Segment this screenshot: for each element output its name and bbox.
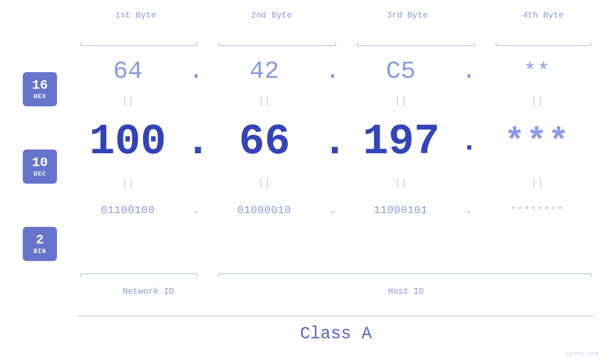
eq2-b4: || xyxy=(479,177,595,189)
dec-dot3: . xyxy=(459,126,480,158)
data-rows: 64 . 42 . C5 . ** || || || || 100 . 66 .… xyxy=(70,52,595,227)
bin-dot2: . xyxy=(322,205,343,216)
dec-row: 100 . 66 . 197 . *** xyxy=(70,111,595,173)
col3-header: 3rd Byte xyxy=(350,10,465,20)
bin-b3: 11000101 xyxy=(343,205,459,216)
dec-b2: 66 xyxy=(207,118,322,166)
dec-dot1: . xyxy=(185,118,207,166)
hex-row: 64 . 42 . C5 . ** xyxy=(70,52,595,90)
hex-dot1: . xyxy=(186,57,207,85)
dec-badge: 10 DEC xyxy=(23,149,57,184)
col4-header: 4th Byte xyxy=(486,10,601,20)
dec-b4: *** xyxy=(480,122,595,161)
hex-badge-number: 16 xyxy=(32,78,48,93)
hex-dot2: . xyxy=(322,57,343,85)
eq1-b2: || xyxy=(206,95,322,107)
bin-b4: ******** xyxy=(479,205,595,216)
col1-header: 1st Byte xyxy=(78,10,193,20)
dec-b3: 197 xyxy=(344,118,459,166)
bin-b2: 01000010 xyxy=(206,205,322,216)
dec-dot2: . xyxy=(322,118,344,166)
dec-badge-label: DEC xyxy=(34,170,46,177)
eq2-b2: || xyxy=(206,177,322,189)
id-labels: Network ID Host ID xyxy=(78,287,593,296)
class-a-section: Class A xyxy=(78,316,593,344)
host-id-label: Host ID xyxy=(218,287,593,296)
dec-b1: 100 xyxy=(70,118,185,166)
network-id-label: Network ID xyxy=(78,287,218,296)
bin-b1: 01100100 xyxy=(70,205,186,216)
eq1-b3: || xyxy=(343,95,459,107)
column-headers: 1st Byte 2nd Byte 3rd Byte 4th Byte xyxy=(78,10,601,20)
bin-dot1: . xyxy=(186,205,207,216)
bin-badge: 2 BIN xyxy=(23,227,57,261)
page: 16 HEX 10 DEC 2 BIN 1st Byte 2nd Byte 3r… xyxy=(0,0,610,364)
col2-header: 2nd Byte xyxy=(214,10,329,20)
bin-row: 01100100 . 01000010 . 11000101 . *******… xyxy=(70,194,595,227)
hex-b1: 64 xyxy=(70,57,186,85)
top-brackets xyxy=(78,37,593,49)
bin-badge-label: BIN xyxy=(34,248,46,255)
eq2-b1: || xyxy=(70,177,186,189)
eq2-b3: || xyxy=(343,177,459,189)
eq1-b4: || xyxy=(479,95,595,107)
bin-badge-number: 2 xyxy=(36,233,44,248)
equals-row-1: || || || || xyxy=(70,90,595,111)
bottom-brackets xyxy=(78,273,593,285)
watermark: ipshu.com xyxy=(565,350,599,357)
equals-row-2: || || || || xyxy=(70,173,595,194)
hex-b2: 42 xyxy=(206,57,322,85)
hex-dot3: . xyxy=(459,57,480,85)
hex-b3: C5 xyxy=(343,57,459,85)
dec-badge-number: 10 xyxy=(32,156,48,170)
hex-b4: ** xyxy=(479,59,595,83)
eq1-b1: || xyxy=(70,95,186,107)
class-a-label: Class A xyxy=(300,324,372,344)
hex-badge-label: HEX xyxy=(34,93,46,100)
hex-badge: 16 HEX xyxy=(23,72,57,106)
bin-dot3: . xyxy=(459,205,480,216)
